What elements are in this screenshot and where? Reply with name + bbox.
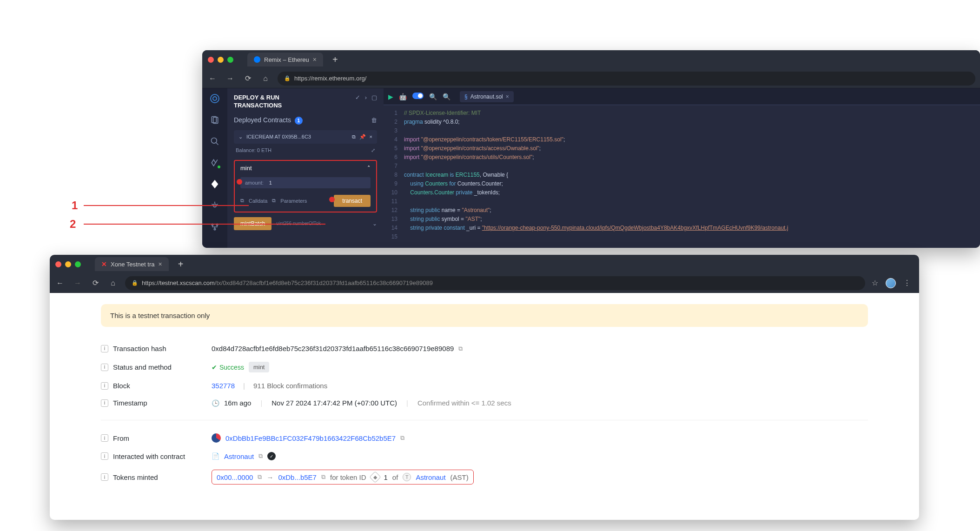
status-badge: ✔ Success [212, 364, 244, 371]
play-icon[interactable]: ▶ [388, 93, 393, 100]
remix-logo-icon[interactable] [209, 93, 220, 104]
info-icon[interactable]: i [101, 364, 108, 371]
tokens-minted-box: 0x00...0000 ⧉ → 0xDb...b5E7 ⧉ for token … [212, 470, 474, 485]
copy-icon[interactable]: ⧉ [458, 345, 463, 352]
info-icon[interactable]: i [101, 434, 108, 442]
solidity-file-icon: § [464, 93, 468, 100]
tab-close-icon[interactable]: × [506, 93, 509, 100]
back-icon[interactable]: ← [207, 74, 218, 83]
pin-icon[interactable]: 📌 [359, 134, 366, 140]
annotation-dot-2 [329, 197, 335, 202]
minimize-icon[interactable] [218, 57, 224, 63]
amount-label: amount: [245, 180, 264, 186]
token-badge-icon: T [403, 473, 411, 481]
mint-to-link[interactable]: 0xDb...b5E7 [278, 473, 317, 481]
from-address-link[interactable]: 0xDbBb1Fe9BBc1FC032F479b1663422F68Cb52b5… [225, 434, 396, 442]
info-icon[interactable]: i [101, 452, 108, 460]
traffic-lights [55, 261, 81, 267]
trash-icon[interactable]: 🗑 [371, 117, 377, 124]
parameters-link[interactable]: Parameters [280, 198, 307, 204]
status-row: i Status and method ✔ Success mint [101, 357, 868, 377]
expand-icon[interactable]: ⤢ [371, 147, 375, 153]
of-text: of [392, 473, 398, 481]
calldata-link[interactable]: Calldata [249, 198, 267, 204]
compiler-icon[interactable] [209, 157, 220, 168]
maximize-icon[interactable] [227, 57, 233, 63]
copy-icon[interactable]: ⧉ [321, 473, 325, 481]
close-icon[interactable]: × [370, 134, 372, 139]
mint-from-link[interactable]: 0x00...0000 [217, 473, 253, 481]
chevron-right-icon[interactable]: › [365, 94, 367, 101]
plugin-icon[interactable] [209, 221, 220, 232]
for-token-id-text: for token ID [330, 473, 366, 481]
from-avatar-icon [212, 433, 221, 443]
toggle-icon[interactable] [412, 93, 424, 100]
tab-close-icon[interactable]: × [313, 56, 317, 63]
minimize-icon[interactable] [65, 261, 71, 267]
window2-titlebar: ✕ Xone Testnet tra × + [50, 255, 919, 273]
deploy-icon[interactable] [209, 179, 220, 190]
zoom-out-icon[interactable]: 🔍 [429, 93, 437, 100]
editor-tab-label: Astronaut.sol [470, 93, 503, 100]
home-icon[interactable]: ⌂ [107, 279, 119, 287]
chevron-up-icon[interactable]: ˄ [367, 165, 371, 172]
info-icon[interactable]: i [101, 382, 108, 390]
testnet-banner: This is a testnet transaction only [101, 304, 868, 327]
contract-row[interactable]: ⌄ ICECREAM AT 0X95B...6C3 ⧉ 📌 × [234, 130, 377, 144]
block-link[interactable]: 352778 [212, 382, 235, 390]
info-icon[interactable]: i [101, 345, 108, 352]
tab-close-icon[interactable]: × [158, 260, 162, 268]
url-input[interactable]: 🔒 https://testnet.xscscan.com/tx/0xd84d7… [125, 276, 865, 290]
close-icon[interactable] [55, 261, 61, 267]
code-editor[interactable]: 1// SPDX-License-Identifier: MIT 2pragma… [384, 105, 980, 245]
copy-icon[interactable]: ⧉ [272, 198, 276, 204]
debug-icon[interactable]: 🤖 [399, 93, 407, 100]
info-icon[interactable]: i [101, 399, 108, 407]
chevron-down-icon[interactable]: ⌄ [372, 220, 377, 227]
tab-title: Remix – Ethereu [264, 56, 309, 63]
amount-input-row[interactable]: amount: 1 [240, 177, 371, 188]
copy-icon[interactable]: ⧉ [400, 434, 404, 442]
check-icon[interactable]: ✓ [355, 94, 360, 101]
refresh-icon[interactable]: ⟳ [90, 279, 101, 287]
panel-collapse-icon[interactable]: ▢ [371, 94, 377, 101]
menu-icon[interactable]: ⋮ [903, 279, 911, 287]
zoom-in-icon[interactable]: 🔍 [443, 93, 450, 100]
browser-tab-remix[interactable]: Remix – Ethereu × [247, 53, 323, 66]
file-explorer-icon[interactable] [209, 114, 220, 126]
separator [101, 420, 868, 420]
xone-favicon-icon: ✕ [101, 260, 107, 268]
copy-icon[interactable]: ⧉ [240, 198, 244, 204]
close-icon[interactable] [208, 57, 214, 63]
back-icon[interactable]: ← [54, 279, 66, 287]
browser-tab-xscscan[interactable]: ✕ Xone Testnet tra × [95, 257, 169, 271]
info-icon[interactable]: i [101, 473, 108, 481]
copy-icon[interactable]: ⧉ [352, 134, 356, 140]
forward-icon[interactable]: → [72, 279, 83, 287]
star-icon[interactable]: ☆ [872, 279, 878, 287]
new-tab-button[interactable]: + [178, 259, 184, 270]
editor-tab[interactable]: § Astronaut.sol × [460, 91, 514, 102]
check-icon: ✔ [212, 364, 217, 371]
deployed-label: Deployed Contracts [234, 116, 291, 124]
traffic-lights [208, 57, 233, 63]
editor-toolbar: ▶ 🤖 🔍 🔍 § Astronaut.sol × [384, 88, 980, 105]
interacted-label: Interacted with contract [113, 452, 185, 460]
transact-button[interactable]: transact [334, 195, 371, 207]
new-tab-button[interactable]: + [332, 54, 338, 65]
copy-icon[interactable]: ⧉ [258, 452, 263, 460]
url-input[interactable]: 🔒 https://remix.ethereum.org/ [278, 72, 975, 86]
svg-point-14 [418, 93, 423, 98]
home-icon[interactable]: ⌂ [260, 74, 271, 83]
refresh-icon[interactable]: ⟳ [242, 74, 253, 83]
copy-icon[interactable]: ⧉ [258, 473, 262, 481]
annotation-line-1 [84, 205, 249, 206]
deployed-count-badge: 1 [295, 117, 303, 125]
token-name-link[interactable]: Astronaut [416, 473, 445, 481]
xsc-content: This is a testnet transaction only i Tra… [50, 293, 919, 500]
profile-avatar-icon[interactable] [886, 278, 896, 288]
forward-icon[interactable]: → [225, 74, 236, 83]
contract-link[interactable]: Astronaut [224, 452, 254, 460]
search-icon[interactable] [209, 136, 220, 147]
maximize-icon[interactable] [75, 261, 81, 267]
